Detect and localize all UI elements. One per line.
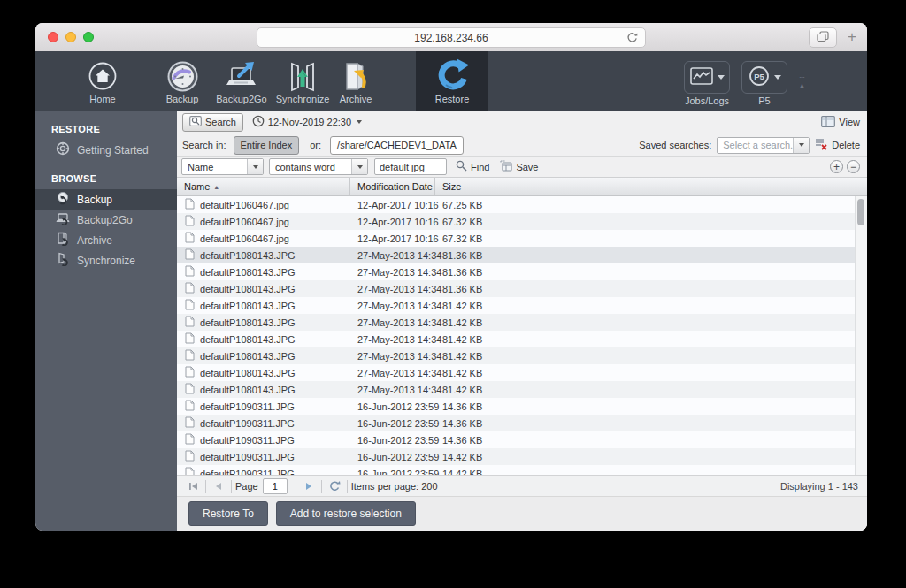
snapshot-date-dropdown[interactable]: 12-Nov-2019 22:30 <box>252 115 362 129</box>
toolbar-item-backup2go[interactable]: Backup2Go <box>209 51 274 111</box>
file-icon <box>185 232 195 245</box>
sidebar-item-archive[interactable]: Archive <box>35 230 177 250</box>
entire-index-button[interactable]: Entire Index <box>234 136 300 155</box>
traffic-lights <box>48 32 94 42</box>
toolbar-item-restore[interactable]: Restore <box>416 51 488 111</box>
new-tab-button[interactable]: + <box>842 27 862 46</box>
add-to-restore-selection-button[interactable]: Add to restore selection <box>276 501 416 526</box>
add-filter-button[interactable]: + <box>830 160 843 173</box>
remove-filter-button[interactable]: − <box>847 160 860 173</box>
file-size: 14.36 KB <box>435 435 495 446</box>
minimize-window-button[interactable] <box>65 32 76 42</box>
sidebar-item-backup2go[interactable]: Backup2Go <box>35 210 177 230</box>
search-toolbar: Search 12-Nov-2019 22:30 View <box>177 111 867 134</box>
column-header-size[interactable]: Size <box>435 178 495 195</box>
pagination-bar: Page 1 Items per page: 200 Displaying 1 … <box>177 475 867 496</box>
close-window-button[interactable] <box>48 32 58 42</box>
browser-window: 192.168.234.66 + Home Backup <box>35 23 867 531</box>
table-row[interactable]: defaultP1080143.JPG 27-May-2013 14:34 81… <box>177 280 867 297</box>
filter-query-input[interactable]: default jpg <box>374 158 447 175</box>
delete-search-button[interactable]: Delete <box>815 138 860 152</box>
collapse-toolbar-icon[interactable]: ┄▲ <box>798 74 806 90</box>
jobs-logs-button[interactable] <box>684 61 730 94</box>
file-name: defaultP1060467.jpg <box>200 217 289 227</box>
gauge-restore-icon <box>56 191 70 208</box>
filter-operator-select[interactable]: contains word <box>269 158 368 175</box>
file-icon <box>185 299 195 312</box>
toolbar-item-backup[interactable]: Backup <box>156 51 209 111</box>
refresh-icon[interactable] <box>326 478 343 494</box>
column-header-modification-date[interactable]: Modification Date <box>350 178 435 195</box>
vertical-scrollbar[interactable] <box>855 196 867 475</box>
toolbar-item-archive[interactable]: Archive <box>331 51 380 111</box>
saved-searches-placeholder: Select a search... <box>718 140 793 150</box>
sort-ascending-icon: ▲ <box>213 184 219 190</box>
file-icon <box>185 316 195 329</box>
sidebar: RESTORE Getting Started BROWSE Backup Ba… <box>35 111 177 531</box>
table-row[interactable]: defaultP1090311.JPG 16-Jun-2012 23:59 14… <box>177 431 867 448</box>
column-header-name[interactable]: Name ▲ <box>177 178 350 195</box>
table-row[interactable]: defaultP1080143.JPG 27-May-2013 14:34 81… <box>177 297 867 314</box>
sidebar-item-getting-started[interactable]: Getting Started <box>35 140 177 160</box>
search-path-button[interactable]: /share/CACHEDEV1_DATA <box>330 136 464 155</box>
table-row[interactable]: defaultP1080143.JPG 27-May-2013 14:34 81… <box>177 314 867 331</box>
file-name: defaultP1090311.JPG <box>200 418 295 429</box>
first-page-button[interactable] <box>184 478 202 494</box>
table-row[interactable]: defaultP1080143.JPG 27-May-2013 14:34 81… <box>177 364 867 381</box>
table-row[interactable]: defaultP1090311.JPG 16-Jun-2012 23:59 14… <box>177 448 867 465</box>
file-date: 27-May-2013 14:34 <box>350 267 435 278</box>
table-row[interactable]: defaultP1090311.JPG 16-Jun-2012 23:59 14… <box>177 465 867 475</box>
file-icon <box>185 282 195 295</box>
action-bar: Restore To Add to restore selection <box>177 496 867 531</box>
sidebar-item-synchronize[interactable]: Synchronize <box>35 250 177 271</box>
toolbar-item-home[interactable]: Home <box>78 51 127 111</box>
next-page-button[interactable] <box>300 478 318 494</box>
p5-menu-button[interactable]: P5 <box>741 61 787 94</box>
reload-icon[interactable] <box>626 31 639 47</box>
toolbar-item-synchronize[interactable]: Synchronize <box>269 51 336 111</box>
table-row[interactable]: defaultP1060467.jpg 12-Apr-2017 10:16 67… <box>177 196 867 213</box>
table-row[interactable]: defaultP1060467.jpg 12-Apr-2017 10:16 67… <box>177 213 867 230</box>
table-row[interactable]: defaultP1080143.JPG 27-May-2013 14:34 81… <box>177 381 867 398</box>
table-row[interactable]: defaultP1080143.JPG 27-May-2013 14:34 81… <box>177 347 867 364</box>
table-header: Name ▲ Modification Date Size <box>177 178 867 196</box>
search-button[interactable]: Search <box>182 113 243 132</box>
view-button[interactable]: View <box>821 116 860 129</box>
file-name: defaultP1060467.jpg <box>200 233 289 244</box>
toolbar-item-label: Backup2Go <box>216 94 266 104</box>
file-date: 16-Jun-2012 23:59 <box>350 401 435 412</box>
restore-to-button[interactable]: Restore To <box>188 501 268 526</box>
file-icon <box>185 400 195 413</box>
page-number-input[interactable]: 1 <box>263 478 288 494</box>
saved-searches-select[interactable]: Select a search... <box>717 137 810 154</box>
table-row[interactable]: defaultP1060467.jpg 12-Apr-2017 10:16 67… <box>177 230 867 247</box>
file-date: 27-May-2013 14:34 <box>350 317 435 328</box>
life-ring-icon <box>56 141 70 158</box>
vertical-scrollbar-thumb[interactable] <box>857 199 864 225</box>
table-row[interactable]: defaultP1090311.JPG 16-Jun-2012 23:59 14… <box>177 398 867 415</box>
file-size: 67.25 KB <box>435 200 495 210</box>
view-layout-icon <box>821 116 835 129</box>
p5-label: P5 <box>729 95 800 106</box>
snapshot-date-value: 12-Nov-2019 22:30 <box>268 117 351 127</box>
previous-page-button[interactable] <box>210 478 227 494</box>
sidebar-item-backup[interactable]: Backup <box>35 189 177 210</box>
home-icon <box>88 58 118 94</box>
file-name: defaultP1090311.JPG <box>200 452 295 462</box>
sidebar-section-browse: BROWSE <box>35 160 177 189</box>
filter-field-select[interactable]: Name <box>181 158 264 175</box>
tab-overview-button[interactable] <box>809 27 837 48</box>
zoom-window-button[interactable] <box>83 32 94 42</box>
table-row[interactable]: defaultP1090311.JPG 16-Jun-2012 23:59 14… <box>177 415 867 431</box>
save-search-button[interactable]: Save <box>500 160 538 173</box>
file-date: 27-May-2013 14:34 <box>350 385 435 395</box>
address-bar[interactable]: 192.168.234.66 <box>257 27 646 48</box>
find-button[interactable]: Find <box>456 160 489 173</box>
file-date: 16-Jun-2012 23:59 <box>350 418 435 429</box>
sidebar-item-label: Synchronize <box>77 255 135 267</box>
table-row[interactable]: defaultP1080143.JPG 27-May-2013 14:34 81… <box>177 263 867 280</box>
laptop-arrow-icon <box>224 58 259 94</box>
table-row[interactable]: defaultP1080143.JPG 27-May-2013 14:34 81… <box>177 247 867 263</box>
file-date: 16-Jun-2012 23:59 <box>350 452 435 462</box>
table-row[interactable]: defaultP1080143.JPG 27-May-2013 14:34 81… <box>177 331 867 347</box>
